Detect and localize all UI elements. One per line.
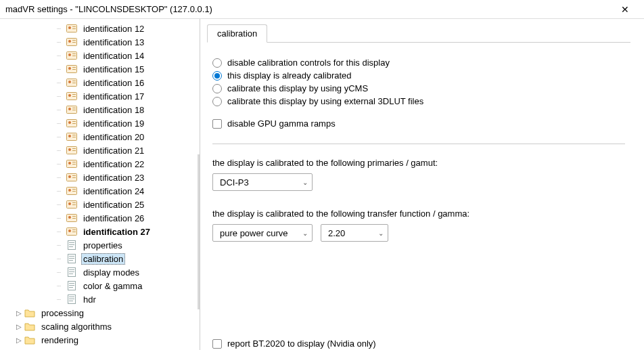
tree-item-identification[interactable]: ┈identification 22 bbox=[5, 157, 200, 171]
close-button[interactable]: ✕ bbox=[612, 4, 639, 15]
id-icon bbox=[66, 186, 77, 196]
tree-item-label: identification 17 bbox=[81, 91, 146, 102]
checkbox-report-bt2020[interactable]: report BT.2020 to display (Nvidia only) bbox=[212, 338, 376, 349]
tree-item-label: display modes bbox=[81, 267, 141, 278]
transfer-value: pure power curve bbox=[220, 228, 288, 238]
radio-icon bbox=[212, 84, 222, 93]
id-icon bbox=[66, 173, 77, 182]
tree-item-identification[interactable]: ┈identification 21 bbox=[5, 144, 200, 157]
tree-item-label: processing bbox=[39, 308, 86, 318]
radio-icon bbox=[212, 71, 222, 81]
folder-icon bbox=[24, 308, 35, 318]
transfer-select[interactable]: pure power curve ⌄ bbox=[212, 224, 313, 242]
tree-item-identification[interactable]: ┈identification 16 bbox=[5, 76, 200, 89]
tree-item-label: identification 20 bbox=[81, 132, 146, 142]
radio-label: calibrate this display by using external… bbox=[227, 96, 423, 106]
tree-item-identification[interactable]: ┈identification 20 bbox=[5, 130, 200, 144]
tree-item-label: identification 25 bbox=[81, 200, 146, 210]
id-icon bbox=[66, 200, 77, 209]
tree-item-identification[interactable]: ┈identification 19 bbox=[5, 116, 200, 130]
id-icon bbox=[66, 91, 77, 101]
tree-item-identification[interactable]: ┈identification 17 bbox=[5, 89, 200, 103]
content-pane: calibration disable calibration controls… bbox=[200, 19, 644, 350]
tree-item-identification[interactable]: ┈identification 25 bbox=[5, 198, 200, 211]
chevron-down-icon: ⌄ bbox=[378, 229, 384, 237]
tree-item-properties[interactable]: ┈properties bbox=[5, 238, 200, 252]
radio-disable-calibration-controls-f[interactable]: disable calibration controls for this di… bbox=[212, 58, 625, 68]
tree-item-label: identification 24 bbox=[81, 186, 146, 196]
folder-icon bbox=[24, 322, 35, 331]
page-icon bbox=[66, 281, 77, 290]
tree-item-processing[interactable]: ▷processing bbox=[5, 306, 200, 320]
body: ┈identification 12┈identification 13┈ide… bbox=[0, 19, 644, 350]
id-icon bbox=[66, 24, 77, 33]
tree-item-identification[interactable]: ┈identification 14 bbox=[5, 49, 200, 62]
id-icon bbox=[66, 132, 77, 141]
chevron-down-icon: ⌄ bbox=[302, 179, 308, 186]
tree-item-identification[interactable]: ┈identification 18 bbox=[5, 103, 200, 116]
tree-item-label: calibration bbox=[81, 253, 125, 265]
tab-calibration[interactable]: calibration bbox=[207, 24, 267, 43]
tree-item-label: identification 14 bbox=[81, 51, 146, 61]
expander-icon[interactable]: ▷ bbox=[15, 323, 23, 330]
window-title: madVR settings - "LINCOLNSDESKTOP" (127.… bbox=[5, 4, 612, 14]
panel-calibration: disable calibration controls for this di… bbox=[207, 43, 630, 242]
id-icon bbox=[66, 159, 77, 169]
radio-label: disable calibration controls for this di… bbox=[227, 58, 390, 68]
id-icon bbox=[66, 51, 77, 60]
tree-item-label: identification 19 bbox=[81, 118, 146, 129]
primaries-label: the display is calibrated to the followi… bbox=[212, 158, 625, 168]
tree-item-label: identification 12 bbox=[81, 24, 146, 34]
page-icon bbox=[66, 240, 77, 250]
folder-icon bbox=[24, 335, 35, 345]
tree-item-label: identification 23 bbox=[81, 173, 146, 183]
tree-item-scaling-algorithms[interactable]: ▷scaling algorithms bbox=[5, 320, 200, 333]
primaries-select[interactable]: DCI-P3 ⌄ bbox=[212, 173, 313, 191]
tree-item-display-modes[interactable]: ┈display modes bbox=[5, 265, 200, 279]
tree-item-label: scaling algorithms bbox=[39, 322, 114, 332]
tree-item-label: color & gamma bbox=[81, 281, 144, 291]
tree-item-identification[interactable]: ┈identification 26 bbox=[5, 211, 200, 225]
checkbox-icon bbox=[212, 339, 222, 349]
primaries-value: DCI-P3 bbox=[220, 177, 249, 188]
checkbox-icon bbox=[212, 119, 222, 129]
checkbox-disable-gpu-gamma[interactable]: disable GPU gamma ramps bbox=[212, 118, 625, 129]
id-icon bbox=[66, 146, 77, 155]
tree-item-hdr[interactable]: ┈hdr bbox=[5, 292, 200, 306]
tree-item-identification[interactable]: ┈identification 15 bbox=[5, 62, 200, 76]
tree-scrollbar[interactable] bbox=[198, 154, 200, 309]
tree-item-identification[interactable]: ┈identification 24 bbox=[5, 184, 200, 198]
radio-label: this display is already calibrated bbox=[227, 70, 352, 81]
gamma-select[interactable]: 2.20 ⌄ bbox=[321, 224, 388, 242]
chevron-down-icon: ⌄ bbox=[302, 229, 308, 237]
tree-pane: ┈identification 12┈identification 13┈ide… bbox=[0, 19, 200, 350]
id-icon bbox=[66, 64, 77, 74]
tree-item-label: rendering bbox=[39, 335, 80, 345]
page-icon bbox=[66, 267, 77, 277]
title-bar: madVR settings - "LINCOLNSDESKTOP" (127.… bbox=[0, 0, 644, 19]
tree-item-label: identification 13 bbox=[81, 37, 146, 47]
radio-calibrate-this-display-by-usin[interactable]: calibrate this display by using yCMS bbox=[212, 83, 625, 93]
id-icon bbox=[66, 227, 77, 236]
tree-item-identification[interactable]: ┈identification 12 bbox=[5, 22, 200, 35]
expander-icon[interactable]: ▷ bbox=[15, 309, 23, 317]
tree-item-identification[interactable]: ┈identification 23 bbox=[5, 171, 200, 184]
tree-item-color-gamma[interactable]: ┈color & gamma bbox=[5, 279, 200, 292]
tree-item-identification[interactable]: ┈identification 27 bbox=[5, 225, 200, 238]
tree-item-label: identification 27 bbox=[81, 227, 152, 237]
tree-item-label: identification 16 bbox=[81, 78, 146, 88]
expander-icon[interactable]: ▷ bbox=[15, 336, 23, 344]
radio-calibrate-this-display-by-usin[interactable]: calibrate this display by using external… bbox=[212, 96, 625, 106]
radio-icon bbox=[212, 58, 222, 68]
tree-item-identification[interactable]: ┈identification 13 bbox=[5, 35, 200, 49]
id-icon bbox=[66, 37, 77, 47]
radio-icon bbox=[212, 97, 222, 106]
tree-item-rendering[interactable]: ▷rendering bbox=[5, 333, 200, 347]
checkbox-label: disable GPU gamma ramps bbox=[227, 118, 336, 129]
checkbox-label: report BT.2020 to display (Nvidia only) bbox=[227, 338, 376, 349]
tree-item-calibration[interactable]: ┈calibration bbox=[5, 252, 200, 265]
gamma-value: 2.20 bbox=[328, 228, 345, 238]
radio-this-display-is-already-calibr[interactable]: this display is already calibrated bbox=[212, 70, 625, 81]
tab-bar: calibration bbox=[207, 24, 630, 43]
tree-item-label: identification 18 bbox=[81, 105, 146, 115]
